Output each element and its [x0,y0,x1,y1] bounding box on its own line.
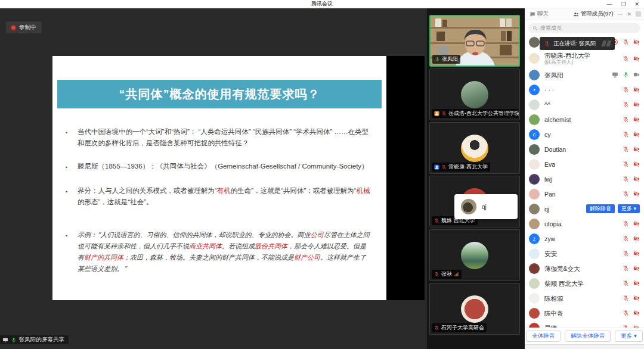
camera-off-icon [633,116,640,123]
video-tile-6[interactable]: 石河子大学高研会 [429,283,520,335]
close-button[interactable]: ✕ [634,0,639,8]
tab-chat[interactable]: 聊天 [528,10,550,18]
member-row[interactable]: ccy [525,127,644,142]
slide-black-margin [386,56,425,300]
avatar [529,293,540,304]
avatar: • [529,85,540,95]
more-button[interactable]: 更多 ▾ [615,331,642,342]
slide-bullets: •当代中国语境中的一个“大词”和“热词”： “人类命运共同体” “民族共同体” … [52,108,386,275]
camera-off-icon [633,101,640,108]
bullet-text: 界分：人与人之间的关系模式，或者被理解为“有机的生命”，这就是“共同体”；或者被… [78,185,371,208]
tooltip-name: qj [482,204,487,210]
mic-muted-icon [623,116,629,123]
screen-share-label: 张凤阳的屏幕共享 [0,335,69,344]
member-row[interactable]: 陈相源 [525,291,644,306]
video-tile-3[interactable]: 雷晓康-西北大学 [429,122,520,174]
maximize-button[interactable]: ❐ [621,0,626,8]
member-row[interactable]: 安安 [525,246,644,261]
tab-manage-members[interactable]: 管理成员(97) [571,10,615,18]
avatar [461,295,488,323]
minimize-button[interactable]: — [606,0,612,8]
member-text: cy [544,131,551,138]
member-row[interactable]: alchemist [525,112,644,127]
member-row[interactable]: utopia [525,216,644,231]
panel-more-icon[interactable]: ⋯ [617,11,623,17]
avatar [529,278,540,289]
camera-off-icon [633,295,640,301]
chat-icon [530,11,535,17]
member-status-icons [623,116,640,123]
slide-bullet: •界分：人与人之间的关系模式，或者被理解为“有机的生命”，这就是“共同体”；或者… [66,185,371,208]
bullet-marker: • [66,126,78,149]
slide-bullet: •滕尼斯（1855—1936）：《共同体与社会》（Gemeinschaf-Ges… [66,161,371,173]
member-list: 雷晓康-西北大学(联席主持人)张凤阳•· · ·^^alchemistccyDo… [525,35,644,335]
member-text: · · · [544,86,554,94]
tile-label: 雷晓康-西北大学 [432,163,490,172]
member-row[interactable]: 陈中奇 [525,306,644,320]
mic-muted-icon [623,220,629,227]
mic-muted-icon [623,161,629,167]
camera-off-icon [633,146,640,152]
member-more-button[interactable]: 更多 ▾ [618,204,640,213]
member-row[interactable]: 雷晓康-西北大学(联席主持人) [525,49,644,67]
member-status-icons [623,161,640,167]
tile-label: 岳成浩-西北大学公共管理学院 [432,109,519,118]
member-text: lwj [544,176,552,183]
member-name: 安安 [544,250,557,257]
mic-muted-icon [623,280,629,286]
recording-badge: 录制中 [6,21,42,33]
avatar [461,135,488,162]
member-text: 雷晓康-西北大学(联席主持人) [544,52,590,65]
unmute-all-button[interactable]: 解除全体静音 [565,331,611,342]
camera-off-icon [633,39,640,45]
member-name: qj [544,205,549,213]
participant-name: 张秋 [441,270,452,278]
member-row[interactable]: 柴顺 西北大学 [525,276,644,291]
weak-signal-icon [454,272,459,277]
recording-dot-icon [11,26,16,30]
camera-off-icon [633,310,640,316]
mute-all-button[interactable]: 全体静音 [526,331,561,342]
window-title: 腾讯会议 [311,0,333,8]
member-row[interactable]: zzyw [525,231,644,246]
member-row[interactable]: ^^ [525,97,644,112]
member-status-icons [623,146,640,152]
member-name: cy [544,131,551,138]
member-name: alchemist [544,116,571,123]
cohost-icon [434,164,439,170]
avatar [461,242,488,269]
mic-muted-icon [623,191,629,197]
member-row[interactable]: Doutian [525,142,644,157]
member-status-icons [623,250,640,257]
mic-muted-icon [434,218,439,223]
member-row[interactable]: Pan [525,186,644,201]
slide-bullet: •示例：“人们说语言的、习俗的、信仰的共同体，却说职业的、专业的协会。商业公司尽… [66,229,371,275]
camera-off-icon [633,220,640,227]
member-text: 薄伽梵&交大 [544,265,580,272]
mic-muted-icon [441,164,447,170]
member-row[interactable]: lwj [525,172,644,186]
panel-detach-icon[interactable] [636,11,641,17]
member-row[interactable]: 张凤阳 [525,67,644,82]
member-row[interactable]: •· · · [525,82,644,97]
video-tile-2[interactable]: 岳成浩-西北大学公共管理学院 [429,68,520,120]
member-name: Pan [544,191,556,198]
avatar: z [529,233,540,244]
member-row[interactable]: Eva [525,157,644,172]
mic-muted-icon [623,235,629,242]
video-tile-1[interactable]: 张凤阳 [429,15,520,67]
video-tile-5[interactable]: 张秋 [429,229,520,281]
presentation-slide: “共同体”概念的使用有规范要求吗？ •当代中国语境中的一个“大词”和“热词”： … [52,56,386,300]
panel-close-icon[interactable]: ✕ [627,11,631,17]
member-row[interactable]: qj解除静音更多 ▾ [525,201,644,216]
search-input[interactable] [540,25,630,31]
mic-muted-icon [441,111,447,116]
mic-muted-icon [623,310,629,316]
avatar: c [529,129,540,140]
avatar [529,37,540,48]
member-status-icons [623,235,640,242]
participant-name: 岳成浩-西北大学公共管理学院 [448,110,519,117]
unmute-member-button[interactable]: 解除静音 [586,204,615,213]
member-name: ^^ [544,101,550,108]
member-row[interactable]: 薄伽梵&交大 [525,261,644,276]
